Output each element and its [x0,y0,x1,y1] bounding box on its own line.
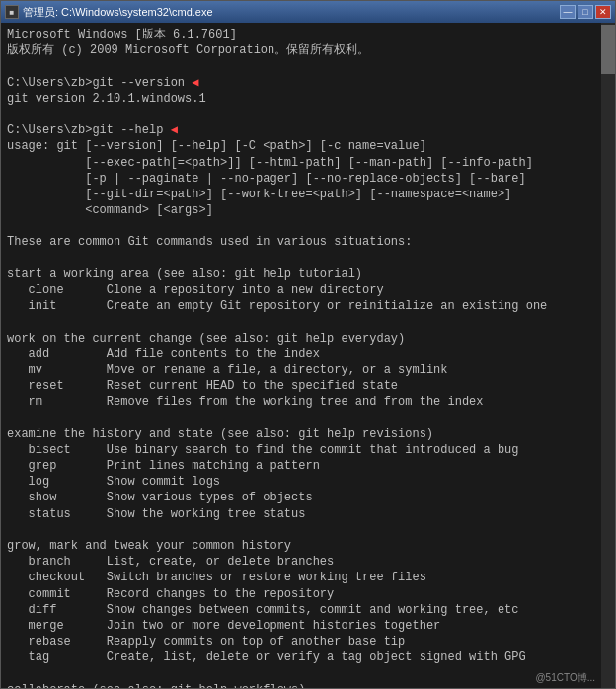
console-line: [--git-dir=<path>] [--work-tree=<path>] … [7,187,597,202]
console-line [7,666,597,682]
console-line: work on the current change (see also: gi… [7,331,597,346]
console-line: checkout Switch branches or restore work… [7,570,597,585]
console-line: C:\Users\zb>git --version ◀ [7,75,597,91]
scrollbar[interactable] [601,23,615,688]
console-line: grow, mark and tweak your common history [7,538,597,554]
console-line [7,251,597,267]
console-line: clone Clone a repository into a new dire… [7,282,597,298]
console-line: reset Reset current HEAD to the specifie… [7,378,597,394]
console-line: branch List, create, or delete branches [7,554,597,570]
maximize-button[interactable]: □ [578,5,593,19]
console-line [7,411,597,426]
console-line: 版权所有 (c) 2009 Microsoft Corporation。保留所有… [7,42,597,58]
console-line: merge Join two or more development histo… [7,618,597,634]
console-line: rm Remove files from the working tree an… [7,394,597,410]
console-line: <command> [<args>] [7,202,597,218]
watermark: @51CTO博... [535,671,595,685]
cmd-window: ■ 管理员: C:\Windows\system32\cmd.exe — □ ✕… [0,0,616,689]
console-line: tag Create, list, delete or verify a tag… [7,650,597,665]
console-line [7,218,597,234]
console-line: commit Record changes to the repository [7,586,597,602]
console-line [7,58,597,74]
console-line: grep Print lines matching a pattern [7,458,597,474]
console-line: Microsoft Windows [版本 6.1.7601] [7,27,597,42]
console-line: add Add file contents to the index [7,346,597,362]
title-bar: ■ 管理员: C:\Windows\system32\cmd.exe — □ ✕ [1,1,615,23]
arrow-icon: ◀ [192,76,198,90]
console-line: C:\Users\zb>git --help ◀ [7,122,597,138]
console-line: [-p | --paginate | --no-pager] [--no-rep… [7,171,597,187]
console-output: Microsoft Windows [版本 6.1.7601] 版权所有 (c)… [1,23,615,688]
console-line [7,314,597,330]
window-title: 管理员: C:\Windows\system32\cmd.exe [23,5,213,20]
title-bar-buttons: — □ ✕ [560,5,611,19]
console-line: collaborate (see also: git help workflow… [7,682,597,688]
console-line: mv Move or rename a file, a directory, o… [7,362,597,378]
console-line: usage: git [--version] [--help] [-C <pat… [7,138,597,154]
console-line: bisect Use binary search to find the com… [7,442,597,458]
close-button[interactable]: ✕ [595,5,611,19]
console-line: show Show various types of objects [7,490,597,505]
console-line: start a working area (see also: git help… [7,267,597,282]
minimize-button[interactable]: — [560,5,576,19]
window-icon: ■ [5,5,19,19]
title-bar-left: ■ 管理员: C:\Windows\system32\cmd.exe [5,5,213,20]
console-line: These are common Git commands used in va… [7,234,597,250]
arrow-icon: ◀ [171,123,178,137]
console-line: rebase Reapply commits on top of another… [7,634,597,650]
console-line: [--exec-path[=<path>]] [--html-path] [--… [7,155,597,171]
console-line [7,107,597,122]
console-line: git version 2.10.1.windows.1 [7,91,597,107]
console-line [7,522,597,538]
console-line: diff Show changes between commits, commi… [7,602,597,618]
scrollbar-thumb[interactable] [601,25,615,74]
console-line: init Create an empty Git repository or r… [7,298,597,314]
console-line: examine the history and state (see also:… [7,426,597,442]
console-line: status Show the working tree status [7,506,597,522]
console-line: log Show commit logs [7,474,597,490]
